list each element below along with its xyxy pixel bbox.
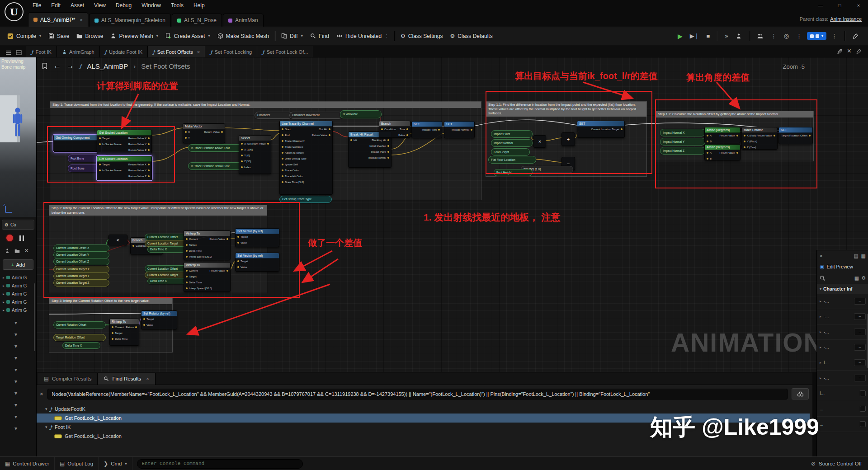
- close-icon[interactable]: ×: [80, 17, 82, 23]
- bp-pill-flat-floor-location[interactable]: Flat Floor Location: [488, 156, 536, 164]
- save-button[interactable]: Save: [45, 30, 73, 42]
- bp-pill-get-debug-trace-type[interactable]: Get Debug Trace Type: [279, 196, 332, 203]
- sidebar-scrollbar[interactable]: [34, 283, 35, 351]
- create-asset-button[interactable]: Create Asset ▾: [162, 30, 214, 42]
- bp-node-vinterp-to[interactable]: Vinterp ToCurrentReturn ValueTargetDelta…: [184, 262, 231, 292]
- detail-row[interactable]: ▸-...–: [817, 309, 868, 324]
- bp-pill-current-location-target-z[interactable]: Current Location Target Z: [53, 279, 109, 287]
- bp-pill-current-rotation-offset[interactable]: Current Rotation Offset: [53, 321, 106, 329]
- bp-node-atan2-degrees[interactable]: Atan2 (Degrees)AReturn ValueB: [704, 144, 741, 160]
- checkbox[interactable]: [860, 421, 866, 427]
- gear-icon[interactable]: ⚙: [861, 275, 866, 281]
- edit-preview-toggle[interactable]: ◉ Edit Preview: [817, 261, 868, 272]
- hide-unrelated-button[interactable]: Hide Unrelated ⋮: [333, 30, 392, 42]
- bp-pill-current-location-target-x[interactable]: Current Location Target X: [53, 266, 109, 273]
- detail-row[interactable]: ▸-...–: [817, 371, 868, 386]
- panel-grid-icon[interactable]: ▦: [861, 253, 866, 259]
- anim-list-item[interactable]: ▸Anim G: [0, 273, 36, 282]
- bp-node-set[interactable]: SETImpact Point: [411, 121, 442, 138]
- bp-node-make-vector[interactable]: Make VectorXReturn ValueYZ: [183, 123, 225, 143]
- bp-pill-foot-height[interactable]: Foot Height: [494, 169, 533, 176]
- detail-row-value[interactable]: –: [854, 329, 866, 335]
- bp-pill-current-location-offset-y[interactable]: Current Location Offset Y: [53, 251, 109, 258]
- results-tab-find-results[interactable]: Find Results×: [98, 373, 155, 385]
- settings-brush-icon[interactable]: [850, 32, 861, 41]
- grid-view-icon[interactable]: ▦: [854, 275, 859, 281]
- chevron-down-icon[interactable]: ▾: [39, 34, 41, 38]
- make-static-mesh-button[interactable]: Make Static Mesh: [214, 30, 273, 42]
- asset-tab-als-mannequin-skeleton[interactable]: ALS_Mannequin_Skeleton: [89, 14, 171, 27]
- category-header[interactable]: ▾ Character Inf: [817, 284, 868, 294]
- find-button[interactable]: Find: [307, 30, 333, 42]
- result-row-updatefootik[interactable]: ▾ƒUpdateFootIK: [36, 404, 810, 414]
- content-drawer-button[interactable]: ▦ Content Drawer: [0, 457, 55, 470]
- graph-canvas[interactable]: ANIMATION ← → ƒ ALS_AnimBP › Set Foot Of…: [36, 57, 868, 372]
- detail-row-value[interactable]: –: [854, 313, 866, 320]
- bp-node-node[interactable]: <: [108, 235, 127, 245]
- bp-pill-current-location-offset[interactable]: Current Location Offset: [145, 234, 188, 240]
- right-panel-search[interactable]: ▦ ⚙: [817, 272, 868, 284]
- parent-class-value[interactable]: Anim Instance: [830, 16, 862, 22]
- expand-toolbar-icon[interactable]: »: [722, 31, 730, 41]
- collapse-chevron-icon[interactable]: ▾: [0, 399, 32, 411]
- anim-list-item[interactable]: ▸Anim G: [0, 282, 36, 290]
- collapse-chevron-icon[interactable]: ▾: [0, 387, 32, 399]
- minimize-button[interactable]: —: [811, 0, 830, 11]
- bp-node-get-socket-location[interactable]: Get Socket LocationTargetReturn Value XI…: [97, 156, 152, 180]
- bp-pill-ik-trace-distance-above-foot[interactable]: IK Trace Distance Above Foot: [188, 144, 244, 152]
- possess-pawn-icon[interactable]: [733, 32, 744, 41]
- breadcrumb-root[interactable]: ALS_AnimBP: [87, 62, 128, 70]
- bp-node-set-vector-by-ref[interactable]: Set Vector (by ref)TargetValue: [235, 228, 279, 247]
- graph-tab-set-foot-locking[interactable]: ƒSet Foot Locking: [205, 46, 257, 57]
- detail-row-value[interactable]: –: [854, 375, 866, 381]
- detail-row[interactable]: ▸-...–: [817, 294, 868, 309]
- collapse-chevron-icon[interactable]: ▾: [0, 376, 32, 387]
- bp-node-vinterp-to[interactable]: Vinterp ToCurrentReturn ValueTargetDelta…: [184, 230, 231, 260]
- bp-pill-current-location-offset-x[interactable]: Current Location Offset X: [53, 244, 109, 252]
- ellipsis-icon[interactable]: ⋮: [829, 31, 840, 41]
- collapse-chevron-icon[interactable]: ▾: [0, 411, 32, 423]
- collapse-chevron-icon[interactable]: ▾: [0, 329, 32, 340]
- cmd-dropdown[interactable]: ❯ Cmd ▾: [99, 457, 132, 470]
- bp-node-select[interactable]: SelectX [0]Return ValueX [100]Y [0]Z [50…: [239, 135, 271, 174]
- find-in-blueprints-button[interactable]: [792, 388, 809, 400]
- bp-pill-current-location-target[interactable]: Current Location Target: [145, 272, 188, 278]
- asset-tab-als-n-pose[interactable]: ALS_N_Pose: [172, 14, 222, 27]
- bp-pill-impact-normal[interactable]: Impact Normal: [491, 139, 533, 147]
- detail-row-value[interactable]: –: [854, 344, 866, 351]
- nav-forward-icon[interactable]: →: [66, 61, 74, 70]
- graph-tab-set-foot-offsets[interactable]: ƒSet Foot Offsets×: [148, 46, 205, 57]
- preview-viewport[interactable]: Previewing Bone manip Z: [0, 57, 36, 217]
- chevron-down-icon[interactable]: ▾: [301, 34, 303, 38]
- detail-checkbox-row[interactable]: I...: [817, 386, 868, 401]
- ellipsis-icon[interactable]: ⋮: [769, 31, 779, 41]
- menu-asset[interactable]: Asset: [66, 1, 89, 9]
- source-control-status[interactable]: ⊘ Source Control Off: [811, 461, 868, 467]
- debug-filter-icon[interactable]: [755, 32, 766, 41]
- folder-tool-icon[interactable]: [14, 248, 20, 254]
- add-button[interactable]: +Add: [3, 259, 33, 270]
- bp-pill-foot-height[interactable]: Foot Height: [491, 148, 530, 156]
- detail-row[interactable]: ▸-...–: [817, 324, 868, 340]
- browse-button[interactable]: Browse: [73, 30, 107, 42]
- bp-node-make-rotator[interactable]: Make RotatorX (Roll)Return ValueY (Pitch…: [741, 127, 778, 150]
- graph-tab-set-foot-lock-of[interactable]: ƒSet Foot Lock Of...: [257, 46, 313, 57]
- debug-target-icon[interactable]: ◎: [782, 31, 791, 41]
- ellipsis-icon[interactable]: ⋮: [385, 34, 388, 38]
- chevron-down-icon[interactable]: ▾: [821, 34, 823, 38]
- result-row-get-footlock-l-location[interactable]: Get FootLock_L_Location: [36, 432, 810, 441]
- bp-node-atan2-degrees[interactable]: Atan2 (Degrees)AReturn ValueB: [704, 127, 741, 143]
- detail-checkbox-row[interactable]: ...: [817, 401, 868, 417]
- bp-pill-impact-normal-y[interactable]: Impact Normal Y: [660, 138, 705, 146]
- layout-icon[interactable]: [16, 50, 22, 55]
- chevron-down-icon[interactable]: ▾: [208, 34, 210, 38]
- skeleton-tool-icon[interactable]: [5, 248, 10, 254]
- menu-view[interactable]: View: [90, 1, 110, 9]
- expander-icon[interactable]: ▾: [45, 407, 47, 411]
- bp-pill-delta-time-x[interactable]: Delta Time X: [62, 342, 100, 349]
- class-defaults-button[interactable]: ⚙ Class Defaults: [447, 30, 496, 42]
- detail-row-value[interactable]: –: [854, 359, 866, 366]
- bookmark-icon[interactable]: [42, 63, 48, 69]
- collapse-chevron-icon[interactable]: ▾: [0, 364, 32, 376]
- menu-help[interactable]: Help: [189, 1, 209, 9]
